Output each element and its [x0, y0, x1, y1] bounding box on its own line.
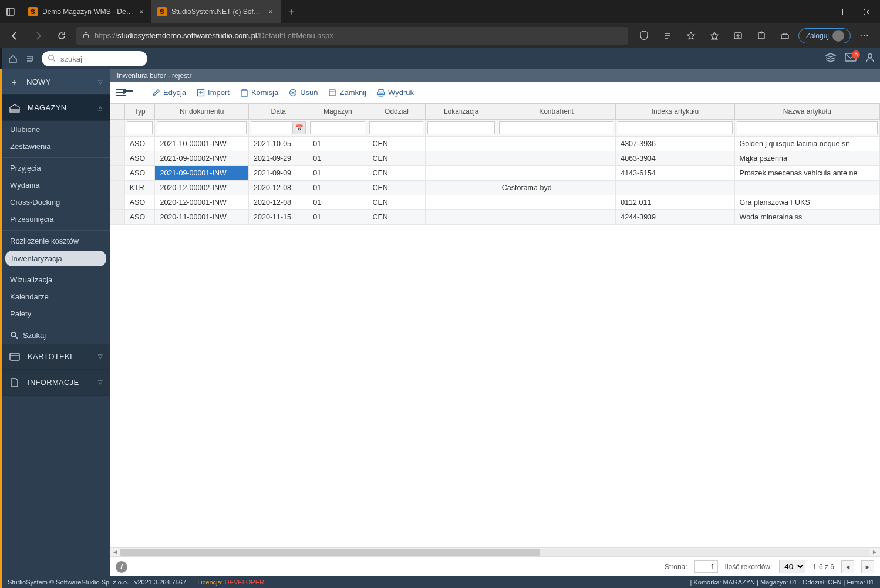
- login-label: Zaloguj: [806, 32, 829, 40]
- favorites-hub-icon[interactable]: [704, 27, 724, 45]
- menu-button[interactable]: ⋯: [854, 27, 874, 45]
- svg-rect-13: [781, 35, 788, 39]
- performance-icon[interactable]: [775, 27, 795, 45]
- browser-titlebar: S Demo Magazyn WMS - Demo o × S StudioSy…: [0, 0, 880, 23]
- reload-button[interactable]: [53, 27, 70, 45]
- lock-icon: [82, 31, 90, 40]
- tab-close-icon[interactable]: ×: [267, 7, 274, 16]
- avatar-icon: [832, 30, 844, 42]
- svg-rect-3: [837, 9, 842, 15]
- forward-button[interactable]: [29, 27, 47, 45]
- svg-rect-0: [7, 8, 14, 15]
- back-button[interactable]: [6, 27, 23, 45]
- window-minimize-button[interactable]: [799, 0, 826, 23]
- url-protocol: https://: [95, 31, 117, 40]
- profile-login-button[interactable]: Zaloguj: [798, 28, 851, 43]
- tab-title: StudioSystem.NET (c) SoftwareSt: [171, 8, 262, 16]
- browser-toolbar: https://studiosystemdemo.softwarestudio.…: [0, 23, 880, 48]
- tracking-icon[interactable]: [634, 27, 654, 45]
- tab-actions-button[interactable]: [0, 8, 21, 16]
- extensions-icon[interactable]: [751, 27, 771, 45]
- tab-title: Demo Magazyn WMS - Demo o: [42, 8, 133, 16]
- url-path: /DefaultLeftMenu.aspx: [257, 31, 333, 40]
- tab-close-icon[interactable]: ×: [138, 7, 145, 16]
- browser-tab-1[interactable]: S StudioSystem.NET (c) SoftwareSt ×: [151, 0, 281, 23]
- window-close-button[interactable]: [853, 0, 880, 23]
- reader-icon[interactable]: [658, 27, 677, 45]
- svg-rect-1: [7, 8, 9, 15]
- tab-favicon-icon: S: [28, 7, 38, 16]
- new-tab-button[interactable]: ＋: [281, 0, 302, 23]
- url-host: studiosystemdemo.softwarestudio.com.pl: [117, 31, 257, 40]
- address-bar[interactable]: https://studiosystemdemo.softwarestudio.…: [76, 27, 628, 45]
- favorite-icon[interactable]: [681, 27, 701, 45]
- tab-favicon-icon: S: [157, 7, 167, 16]
- collections-icon[interactable]: [728, 27, 748, 45]
- window-maximize-button[interactable]: [826, 0, 853, 23]
- svg-rect-6: [84, 34, 89, 38]
- browser-tab-0[interactable]: S Demo Magazyn WMS - Demo o ×: [22, 0, 151, 23]
